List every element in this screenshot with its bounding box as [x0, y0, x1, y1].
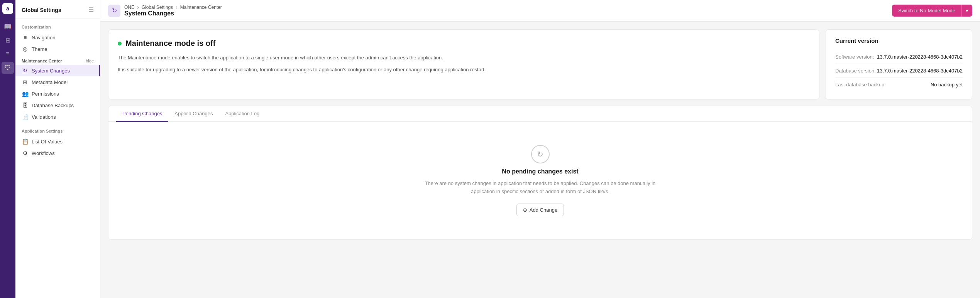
metadata-model-icon: ⊞: [22, 79, 29, 85]
sidebar-item-permissions[interactable]: 👥 Permissions: [15, 88, 100, 99]
tab-applied-changes[interactable]: Applied Changes: [168, 106, 219, 122]
page-icon: ↻: [108, 5, 120, 17]
workflows-icon: ⚙: [22, 150, 29, 156]
app-logo: a: [2, 3, 13, 14]
shield-icon[interactable]: 🛡: [2, 62, 14, 74]
empty-state: ↻ No pending changes exist There are no …: [108, 122, 972, 239]
database-version-row: Database version: 13.7.0.master-220228-4…: [835, 64, 963, 78]
database-version-value: 13.7.0.master-220228-4668-3dc407b2: [877, 68, 963, 74]
sidebar-header: Global Settings ☰: [15, 0, 100, 19]
workflows-label: Workflows: [32, 150, 55, 156]
system-changes-icon: ↻: [22, 67, 29, 74]
topbar-left: ↻ ONE › Global Settings › Maintenance Ce…: [108, 5, 222, 17]
theme-label: Theme: [32, 46, 47, 52]
validations-icon: 📄: [22, 114, 29, 120]
theme-icon: ◎: [22, 46, 29, 52]
sidebar-item-validations[interactable]: 📄 Validations: [15, 111, 100, 123]
empty-state-description: There are no system changes in applicati…: [425, 180, 656, 196]
maintenance-status-title: Maintenance mode is off: [125, 39, 215, 48]
tab-pending-changes[interactable]: Pending Changes: [116, 106, 168, 122]
status-dot: [118, 42, 122, 45]
tab-application-log[interactable]: Application Log: [219, 106, 266, 122]
changes-card: Pending Changes Applied Changes Applicat…: [108, 106, 972, 240]
maintenance-section-header: Maintenance Center hide: [15, 55, 100, 65]
hide-button[interactable]: hide: [86, 59, 94, 63]
sidebar-item-list-of-values[interactable]: 📋 List Of Values: [15, 136, 100, 147]
app-settings-section-label: Application Settings: [15, 123, 100, 136]
permissions-label: Permissions: [32, 91, 59, 97]
maintenance-desc-2: It is suitable for upgrading to a newer …: [118, 66, 810, 74]
switch-mode-button[interactable]: Switch to No Model Mode: [892, 5, 961, 17]
backup-label: Last database backup:: [835, 82, 886, 88]
backup-value: No backup yet: [931, 82, 963, 88]
empty-state-title: No pending changes exist: [502, 168, 578, 175]
list-of-values-icon: 📋: [22, 138, 29, 145]
software-version-value: 13.7.0.master-220228-4668-3dc407b2: [877, 54, 963, 60]
add-change-label: Add Change: [530, 207, 557, 213]
main-content: ↻ ONE › Global Settings › Maintenance Ce…: [100, 0, 980, 298]
grid-icon[interactable]: ⊞: [2, 34, 14, 46]
maintenance-section-label: Maintenance Center: [22, 59, 62, 63]
backup-row: Last database backup: No backup yet: [835, 78, 963, 91]
software-version-label: Software version:: [835, 54, 874, 60]
maintenance-status: Maintenance mode is off: [118, 39, 810, 48]
version-card: Current version Software version: 13.7.0…: [826, 29, 972, 99]
sidebar-item-navigation[interactable]: ≡ Navigation: [15, 32, 100, 43]
layers-icon[interactable]: ≡: [2, 48, 14, 60]
sidebar-item-workflows[interactable]: ⚙ Workflows: [15, 147, 100, 159]
icon-bar: a 📖 ⊞ ≡ 🛡: [0, 0, 15, 298]
topbar-info: ONE › Global Settings › Maintenance Cent…: [124, 5, 222, 17]
database-backups-icon: 🗄: [22, 102, 29, 108]
switch-mode-dropdown[interactable]: ▾: [961, 5, 972, 17]
sidebar-item-system-changes[interactable]: ↻ System Changes: [15, 65, 100, 76]
sidebar-item-database-backups[interactable]: 🗄 Database Backups: [15, 99, 100, 111]
metadata-model-label: Metadata Model: [32, 79, 68, 85]
customization-section-label: Customization: [15, 19, 100, 32]
dropdown-arrow-icon: ▾: [966, 8, 968, 13]
validations-label: Validations: [32, 114, 56, 120]
list-of-values-label: List Of Values: [32, 139, 63, 145]
database-version-label: Database version:: [835, 68, 876, 74]
add-change-button[interactable]: ⊕ Add Change: [516, 204, 564, 216]
add-change-icon: ⊕: [523, 207, 527, 213]
permissions-icon: 👥: [22, 91, 29, 97]
hamburger-icon[interactable]: ☰: [88, 6, 94, 13]
tabs-bar: Pending Changes Applied Changes Applicat…: [108, 106, 972, 122]
database-backups-label: Database Backups: [32, 103, 74, 108]
topbar: ↻ ONE › Global Settings › Maintenance Ce…: [100, 0, 980, 22]
sidebar-title: Global Settings: [22, 7, 61, 13]
navigation-icon: ≡: [22, 34, 29, 40]
empty-state-icon: ↻: [531, 145, 550, 163]
sidebar: Global Settings ☰ Customization ≡ Naviga…: [15, 0, 100, 298]
breadcrumb: ONE › Global Settings › Maintenance Cent…: [124, 5, 222, 10]
page-title: System Changes: [124, 10, 222, 17]
maintenance-card: Maintenance mode is off The Maintenance …: [108, 29, 819, 99]
sidebar-item-theme[interactable]: ◎ Theme: [15, 43, 100, 55]
software-version-row: Software version: 13.7.0.master-220228-4…: [835, 50, 963, 64]
sidebar-item-metadata-model[interactable]: ⊞ Metadata Model: [15, 76, 100, 88]
cards-row: Maintenance mode is off The Maintenance …: [108, 29, 972, 99]
content-area: Maintenance mode is off The Maintenance …: [100, 22, 980, 298]
maintenance-desc-1: The Maintenance mode enables to switch t…: [118, 54, 810, 62]
navigation-label: Navigation: [32, 35, 55, 40]
book-icon[interactable]: 📖: [2, 20, 14, 32]
topbar-right: Switch to No Model Mode ▾: [892, 5, 972, 17]
system-changes-label: System Changes: [32, 68, 70, 74]
version-card-title: Current version: [835, 37, 963, 44]
